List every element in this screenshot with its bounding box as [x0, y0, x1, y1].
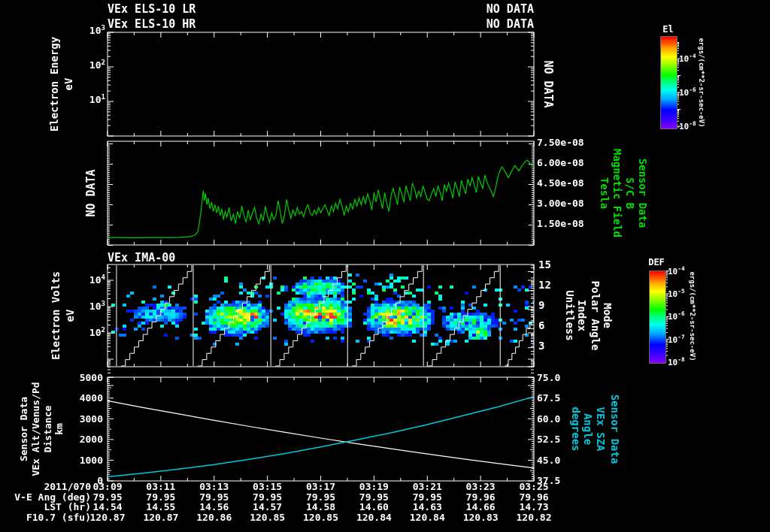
mag-ytick: 6.00e-08	[537, 158, 584, 168]
els-colorbar-unit: ergs/(cm**2-sr-sec-eV)	[698, 38, 705, 127]
mag-nodata: NO DATA	[84, 169, 98, 216]
lst-value: 14.60	[359, 502, 389, 512]
ima-index-tick: 15	[538, 259, 551, 271]
f107-value: 120.84	[410, 512, 445, 523]
ima-index-tick: 6	[538, 320, 544, 331]
els-colorbar-title: El	[660, 25, 676, 35]
ima-colorbar-unit: ergs/(cm**2-sr-sec-eV)	[689, 271, 696, 361]
time-label: 03:15	[253, 482, 282, 492]
eph-alt-tick: 5000	[69, 373, 103, 383]
time-label: 03:21	[413, 482, 442, 492]
ima-index-tick: 12	[538, 280, 551, 291]
ima-right-label-mode: Mode	[602, 303, 614, 328]
els-cbar-tick: 10-8	[679, 121, 696, 131]
eph-alt-tick: 1000	[69, 455, 103, 466]
f107-value: 120.84	[356, 512, 392, 523]
mag-ytick: 1.50e-08	[537, 219, 584, 229]
lst-value: 14.54	[92, 502, 122, 512]
els-hr-nodata: NO DATA	[338, 19, 534, 31]
els-nodata-overlay: NO DATA	[541, 60, 555, 107]
science-summary-plot: VEx ELS-10 LR VEx ELS-10 HR NO DATA NO D…	[0, 0, 770, 532]
eph-sza-tick: 75.0	[537, 373, 560, 383]
ima-cbar-tick: 10-5	[668, 289, 685, 298]
lst-value: 14.66	[466, 502, 496, 512]
els-lr-nodata: NO DATA	[338, 4, 534, 16]
table-row-label-lst: LST (hr)	[0, 502, 91, 512]
f107-value: 120.86	[196, 512, 232, 523]
ima-ylabel: Electron Volts	[50, 271, 62, 360]
ima-cbar-tick: 10-8	[668, 357, 685, 367]
els-ylabel: Electron Energy	[48, 37, 60, 131]
eph-sza-tick: 45.0	[537, 455, 560, 466]
eph-left-label-alt: VEx Alt/Venus/Pd	[30, 382, 41, 476]
ima-right-label-unitless: Unitless	[564, 290, 576, 340]
time-label: 03:25	[519, 482, 548, 492]
ima-index-tick: 3	[538, 340, 544, 352]
eph-sza-tick: 60.0	[537, 414, 560, 425]
eph-right-label-sensor: Sensor Data	[609, 394, 621, 464]
time-label: 03:09	[92, 482, 122, 492]
mag-source-label: S/C B	[624, 177, 636, 209]
ima-ytick: 102	[71, 327, 105, 338]
mag-ytick: 7.50e-08	[537, 138, 584, 148]
lst-value: 14.73	[519, 502, 548, 512]
ima-colorbar-title: DEF	[647, 258, 666, 268]
els-ytick: 101	[71, 94, 105, 105]
els-ytick: 103	[71, 25, 105, 36]
eph-left-label-sensor: Sensor Data	[18, 397, 29, 461]
ima-spectrogram-canvas	[108, 264, 534, 367]
lst-value: 14.58	[306, 502, 335, 512]
ima-cbar-tick: 10-6	[668, 311, 685, 321]
lst-value: 14.56	[199, 502, 229, 512]
els-hr-title: VEx ELS-10 HR	[108, 19, 196, 31]
els-cbar-tick: 10-4	[679, 53, 696, 63]
f107-value: 120.82	[517, 512, 552, 523]
eph-right-label-angle: Angle	[582, 413, 594, 445]
mag-sensor-label: Sensor Data	[637, 159, 649, 228]
f107-value: 120.83	[463, 512, 499, 523]
mag-ytick: 3.00e-08	[537, 198, 584, 209]
eph-alt-tick: 4000	[69, 393, 103, 404]
ima-ytick: 103	[71, 301, 105, 312]
mag-ytick: 4.50e-08	[537, 178, 584, 189]
eph-left-label-km: km	[53, 423, 65, 435]
f107-value: 120.87	[143, 512, 178, 523]
mag-unit-label: Tesla	[599, 177, 611, 209]
ima-cbar-tick: 10-4	[668, 266, 685, 276]
table-row-label-f107: F10.7 (sfu)	[0, 512, 91, 523]
time-label: 03:17	[306, 482, 335, 492]
f107-value: 120.85	[250, 512, 285, 523]
mag-quantity-label: Magnetic Field	[611, 149, 623, 237]
ima-right-label-polar-angle: Polar Angle	[590, 281, 602, 351]
lst-value: 14.57	[253, 502, 282, 512]
eph-alt-tick: 3000	[69, 414, 103, 425]
eph-sza-tick: 52.5	[537, 434, 560, 445]
ima-right-label-index: Index	[576, 300, 588, 331]
els-lr-title: VEx ELS-10 LR	[108, 4, 196, 16]
els-colorbar	[660, 36, 678, 129]
ima-colorbar	[649, 271, 666, 364]
els-cbar-tick: 10-6	[679, 87, 696, 97]
time-label: 03:11	[146, 482, 175, 492]
eph-left-label-distance: Distance	[42, 406, 53, 453]
lst-value: 14.55	[146, 502, 175, 512]
lst-value: 14.63	[413, 502, 442, 512]
ima-ytick: 104	[71, 274, 105, 286]
time-label: 03:13	[199, 482, 229, 492]
ima-cbar-tick: 10-7	[668, 334, 685, 344]
eph-sza-tick: 67.5	[537, 393, 560, 404]
eph-right-label-sza: VEx SZA	[595, 407, 607, 451]
f107-value: 120.85	[303, 512, 338, 523]
ima-title: VEx IMA-00	[108, 252, 175, 264]
ima-index-tick: 9	[538, 300, 544, 311]
time-label: 03:23	[466, 482, 496, 492]
eph-alt-tick: 2000	[69, 434, 103, 445]
els-ylabel-unit: eV	[62, 78, 74, 91]
time-label: 03:19	[359, 482, 389, 492]
eph-right-label-degrees: degrees	[570, 407, 582, 451]
f107-value: 120.87	[90, 512, 126, 523]
els-ytick: 102	[71, 59, 105, 71]
